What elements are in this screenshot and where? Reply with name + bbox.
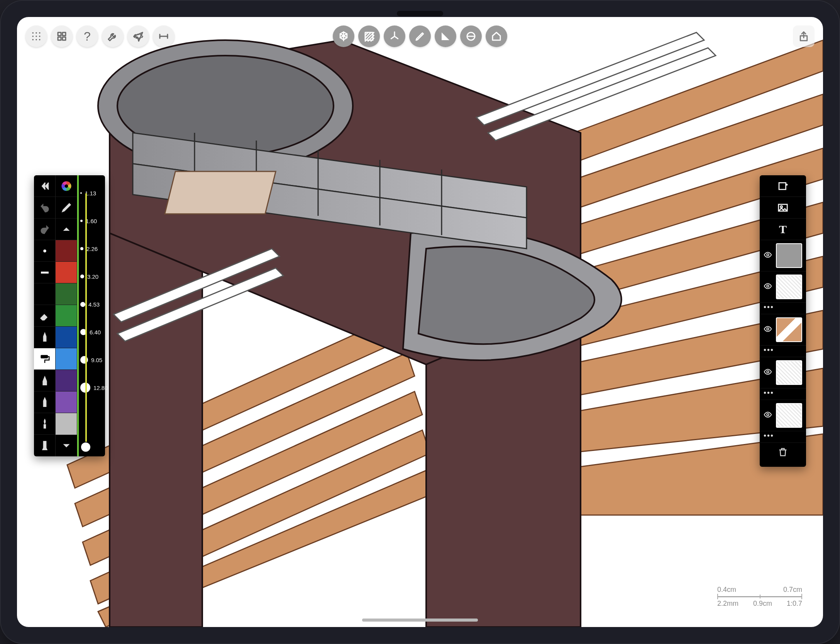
measure-icon[interactable]	[153, 25, 174, 47]
brush-size-1[interactable]: 1.60	[77, 207, 105, 235]
brush-tool[interactable]	[34, 413, 55, 435]
visibility-icon[interactable]	[764, 282, 773, 292]
home-icon[interactable]	[486, 25, 507, 47]
blank-tool[interactable]	[34, 283, 55, 305]
color-swatch-7[interactable]	[56, 391, 77, 413]
axis-icon[interactable]	[384, 25, 405, 47]
ruler-bot-left: 2.2mm	[717, 600, 738, 608]
color-swatch-6[interactable]	[56, 370, 77, 391]
layer-options-4[interactable]: •••	[760, 431, 806, 443]
color-wheel-icon[interactable]	[56, 175, 77, 197]
visibility-icon[interactable]	[764, 251, 773, 261]
stroke-dot-tool[interactable]	[34, 240, 55, 262]
more-icon[interactable]: •••	[764, 431, 773, 440]
layer-row-2[interactable]	[760, 314, 806, 346]
highlighter-tool[interactable]	[34, 435, 55, 456]
layer-options-2[interactable]: •••	[760, 346, 806, 357]
roller-tool-active[interactable]	[34, 348, 55, 370]
layer-thumbnail[interactable]	[776, 317, 802, 342]
more-icon[interactable]: •••	[764, 303, 773, 312]
layer-thumbnail[interactable]	[776, 243, 802, 268]
angle-icon[interactable]	[435, 25, 456, 47]
color-swatch-8[interactable]	[56, 413, 77, 435]
layer-row-3[interactable]	[760, 357, 806, 388]
text-layer-icon[interactable]: T	[760, 219, 806, 240]
brush-size-5[interactable]: 6.40	[77, 318, 105, 346]
visibility-icon[interactable]	[764, 368, 773, 378]
svg-rect-40	[63, 32, 66, 36]
layer-row-1[interactable]	[760, 271, 806, 303]
layer-row-0[interactable]	[760, 240, 806, 271]
delete-layer-icon[interactable]	[760, 443, 806, 461]
svg-rect-51	[779, 183, 786, 190]
more-icon[interactable]: •••	[764, 388, 773, 397]
color-swatch-3[interactable]	[56, 305, 77, 327]
pencil-tool[interactable]	[34, 370, 55, 391]
brush-size-2[interactable]: 2.26	[77, 235, 105, 263]
layer-options-1[interactable]: •••	[760, 303, 806, 314]
stroke-line-tool[interactable]	[34, 262, 55, 283]
brush-size-4[interactable]: 4.53	[77, 290, 105, 318]
svg-point-54	[767, 254, 769, 256]
brush-size-0[interactable]: 1.13	[77, 179, 105, 207]
brush-size-7[interactable]: 12.80	[77, 374, 105, 402]
wrench-icon[interactable]	[102, 25, 124, 47]
layers-panel: T ••••••••••••	[760, 175, 806, 467]
ruler-bot-mid: 0.9cm	[753, 600, 772, 608]
size-dot-icon	[80, 220, 83, 222]
layer-thumbnail[interactable]	[776, 403, 802, 428]
svg-point-31	[36, 32, 37, 34]
canvas-artwork[interactable]	[17, 17, 823, 627]
marker-tool[interactable]	[34, 391, 55, 413]
tool-panel: 1.131.602.263.204.536.409.0512.80	[34, 175, 105, 456]
size-slider-handle[interactable]	[81, 442, 90, 452]
navigate-icon[interactable]	[127, 25, 149, 47]
share-icon[interactable]	[793, 25, 815, 47]
collapse-icon[interactable]	[34, 175, 55, 197]
brush-size-label: 6.40	[90, 329, 101, 336]
size-dot-icon	[80, 247, 83, 250]
device-camera	[397, 11, 443, 16]
svg-point-55	[767, 285, 769, 287]
scale-ruler: 0.4cm 0.7cm 2.2mm 0.9cm 1:0.7	[717, 586, 802, 608]
target-icon[interactable]	[460, 25, 482, 47]
brush-size-column[interactable]: 1.131.602.263.204.536.409.0512.80	[77, 175, 105, 456]
layers-header: T	[760, 175, 806, 240]
svg-rect-39	[58, 32, 61, 36]
more-icon[interactable]: •••	[764, 346, 773, 354]
expand-down-icon[interactable]	[56, 435, 77, 456]
visibility-icon[interactable]	[764, 325, 773, 335]
layer-options-3[interactable]: •••	[760, 388, 806, 400]
color-swatch-5[interactable]	[56, 348, 77, 370]
svg-point-34	[36, 36, 37, 37]
orbit-icon[interactable]	[333, 25, 354, 47]
color-swatch-2[interactable]	[56, 283, 77, 305]
color-swatch-1[interactable]	[56, 262, 77, 283]
color-swatch-4[interactable]	[56, 327, 77, 348]
visibility-icon[interactable]	[764, 410, 773, 420]
app-screen: ?	[17, 17, 823, 627]
new-layer-icon[interactable]	[760, 175, 806, 197]
help-icon[interactable]: ?	[76, 25, 98, 47]
color-swatch-0[interactable]	[56, 240, 77, 262]
brush-size-6[interactable]: 9.05	[77, 346, 105, 374]
brush-size-3[interactable]: 3.20	[77, 263, 105, 290]
layer-thumbnail[interactable]	[776, 360, 802, 385]
expand-up-icon[interactable]	[56, 219, 77, 240]
hatch-icon[interactable]	[358, 25, 380, 47]
pencil-icon[interactable]	[409, 25, 431, 47]
svg-point-58	[767, 414, 769, 416]
eraser-tool[interactable]	[34, 305, 55, 327]
brush-size-label: 12.80	[93, 385, 108, 391]
pen-tool[interactable]	[34, 327, 55, 348]
image-layer-icon[interactable]	[760, 197, 806, 219]
eyedropper-icon[interactable]	[56, 197, 77, 219]
brush-size-label: 9.05	[91, 357, 102, 363]
dot-grid-icon[interactable]	[25, 25, 47, 47]
square-grid-icon[interactable]	[51, 25, 73, 47]
redo-icon[interactable]	[34, 219, 55, 240]
undo-icon[interactable]	[34, 197, 55, 219]
brush-size-label: 2.26	[86, 246, 98, 252]
layer-row-4[interactable]	[760, 400, 806, 431]
layer-thumbnail[interactable]	[776, 275, 802, 299]
